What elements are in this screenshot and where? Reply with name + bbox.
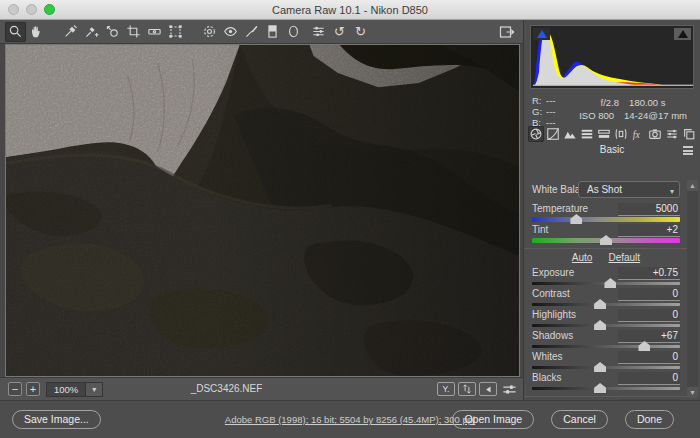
targeted-adjustment-tool-icon[interactable] bbox=[102, 22, 123, 42]
whites-slider[interactable] bbox=[532, 364, 680, 372]
blacks-value-field[interactable]: 0 bbox=[618, 372, 680, 385]
red-eye-tool-icon[interactable] bbox=[220, 22, 241, 42]
rotate-right-tool-icon[interactable]: ↻ bbox=[350, 22, 371, 42]
tint-slider-row: Tint+2 bbox=[532, 225, 680, 244]
white-balance-select[interactable]: As Shot▾ bbox=[578, 181, 680, 198]
image-canvas[interactable] bbox=[5, 44, 520, 377]
contrast-slider-row: Contrast0 bbox=[532, 289, 680, 308]
graduated-filter-tool-icon[interactable] bbox=[262, 22, 283, 42]
contrast-value-field[interactable]: 0 bbox=[618, 288, 680, 301]
adjustment-brush-tool-icon[interactable] bbox=[241, 22, 262, 42]
default-link[interactable]: Default bbox=[608, 252, 640, 263]
preferences-tool-icon[interactable] bbox=[308, 22, 329, 42]
preview-preferences-icon[interactable] bbox=[500, 382, 518, 396]
tab-basic-icon[interactable] bbox=[528, 126, 544, 142]
tint-slider-thumb[interactable] bbox=[600, 235, 612, 245]
iso-value: ISO 800 bbox=[579, 110, 614, 121]
highlights-slider[interactable] bbox=[532, 322, 680, 330]
svg-text:fx: fx bbox=[633, 128, 641, 139]
tab-presets-icon[interactable] bbox=[664, 126, 680, 142]
tab-lens-corrections-icon[interactable] bbox=[613, 126, 629, 142]
scroll-down-button[interactable]: ▼ bbox=[687, 387, 698, 398]
minimize-window-button[interactable] bbox=[26, 4, 37, 15]
zoom-window-button[interactable] bbox=[44, 4, 55, 15]
whites-value-field[interactable]: 0 bbox=[618, 351, 680, 364]
highlight-clip-triangle-icon bbox=[678, 30, 688, 38]
preview-status-bar: − + 100% ▾ _DSC3426.NEF Y. bbox=[0, 377, 523, 400]
blacks-slider[interactable] bbox=[532, 385, 680, 393]
aperture-value: f/2.8 bbox=[601, 97, 620, 108]
save-image-button[interactable]: Save Image... bbox=[12, 410, 101, 429]
contrast-slider-thumb[interactable] bbox=[594, 299, 606, 309]
action-bar: Save Image... Adobe RGB (1998); 16 bit; … bbox=[0, 400, 700, 438]
shadows-slider[interactable] bbox=[532, 343, 680, 351]
white-balance-value: As Shot bbox=[587, 184, 622, 195]
highlights-slider-row: Highlights0 bbox=[532, 310, 680, 329]
tab-camera-calibration-icon[interactable] bbox=[647, 126, 663, 142]
white-balance-row: White Balance:As Shot▾ bbox=[532, 181, 680, 202]
before-after-toggle-button[interactable]: Y. bbox=[437, 382, 455, 396]
spot-removal-tool-icon[interactable] bbox=[199, 22, 220, 42]
temperature-value-field[interactable]: 5000 bbox=[618, 203, 680, 216]
tint-value-field[interactable]: +2 bbox=[618, 224, 680, 237]
temperature-track bbox=[532, 217, 680, 222]
whites-slider-thumb[interactable] bbox=[594, 362, 606, 372]
temperature-slider[interactable] bbox=[532, 216, 680, 224]
exposure-value-field[interactable]: +0.75 bbox=[618, 267, 680, 280]
exposure-slider[interactable] bbox=[532, 280, 680, 288]
image-preview-area bbox=[0, 44, 523, 377]
blacks-slider-thumb[interactable] bbox=[594, 383, 606, 393]
open-image-button[interactable]: Open Image bbox=[452, 410, 534, 429]
radial-filter-tool-icon[interactable] bbox=[283, 22, 304, 42]
tab-effects-icon[interactable]: fx bbox=[630, 126, 646, 142]
close-window-button[interactable] bbox=[8, 4, 19, 15]
tab-split-toning-icon[interactable] bbox=[596, 126, 612, 142]
swap-before-after-button[interactable] bbox=[458, 382, 476, 396]
shadows-value-field[interactable]: +67 bbox=[618, 330, 680, 343]
chevron-down-icon: ▾ bbox=[670, 184, 674, 199]
toggle-fullscreen-icon[interactable] bbox=[497, 23, 517, 41]
panel-title: Basic bbox=[600, 144, 624, 155]
histogram bbox=[530, 25, 694, 89]
histogram-chart bbox=[532, 27, 695, 89]
auto-link[interactable]: Auto bbox=[572, 252, 593, 263]
color-sampler-tool-icon[interactable] bbox=[81, 22, 102, 42]
tint-slider[interactable] bbox=[532, 237, 680, 245]
lens-value: 14-24@17 mm bbox=[624, 110, 687, 121]
rotate-left-tool-icon[interactable]: ↺ bbox=[329, 22, 350, 42]
straighten-tool-icon[interactable] bbox=[144, 22, 165, 42]
scroll-up-button[interactable]: ▲ bbox=[687, 180, 698, 191]
shadows-track bbox=[532, 345, 680, 348]
temperature-slider-thumb[interactable] bbox=[570, 214, 582, 224]
basic-panel-body: White Balance:As Shot▾Temperature5000Tin… bbox=[524, 178, 700, 400]
shadow-clipping-indicator[interactable] bbox=[533, 28, 550, 40]
tab-detail-icon[interactable] bbox=[562, 126, 578, 142]
panel-menu-icon[interactable] bbox=[683, 146, 693, 155]
blacks-slider-row: Blacks0 bbox=[532, 373, 680, 392]
exposure-slider-thumb[interactable] bbox=[604, 278, 616, 288]
shadows-slider-thumb[interactable] bbox=[638, 341, 650, 351]
crop-tool-icon[interactable] bbox=[123, 22, 144, 42]
highlights-slider-thumb[interactable] bbox=[594, 320, 606, 330]
tab-tone-curve-icon[interactable] bbox=[545, 126, 561, 142]
cancel-button[interactable]: Cancel bbox=[551, 410, 608, 429]
workflow-options-link[interactable]: Adobe RGB (1998); 16 bit; 5504 by 8256 (… bbox=[225, 414, 475, 425]
white-balance-tool-icon[interactable] bbox=[60, 22, 81, 42]
panel-scrollbar[interactable]: ▲ ▼ bbox=[687, 180, 698, 398]
section-divider bbox=[524, 248, 692, 249]
copy-settings-to-before-button[interactable] bbox=[479, 382, 497, 396]
tab-hsl-grayscale-icon[interactable] bbox=[579, 126, 595, 142]
done-button[interactable]: Done bbox=[625, 410, 674, 429]
temperature-slider-row: Temperature5000 bbox=[532, 204, 680, 223]
contrast-slider[interactable] bbox=[532, 301, 680, 309]
highlights-value-field[interactable]: 0 bbox=[618, 309, 680, 322]
window-title: Camera Raw 10.1 - Nikon D850 bbox=[0, 4, 700, 16]
transform-tool-icon[interactable] bbox=[165, 22, 186, 42]
title-bar[interactable]: Camera Raw 10.1 - Nikon D850 bbox=[0, 0, 700, 20]
tab-snapshots-icon[interactable] bbox=[681, 126, 697, 142]
section-divider bbox=[524, 396, 692, 397]
whites-slider-row: Whites0 bbox=[532, 352, 680, 371]
hand-tool-icon[interactable] bbox=[26, 22, 47, 42]
zoom-tool-icon[interactable] bbox=[5, 22, 26, 42]
highlight-clipping-indicator[interactable] bbox=[674, 28, 691, 40]
